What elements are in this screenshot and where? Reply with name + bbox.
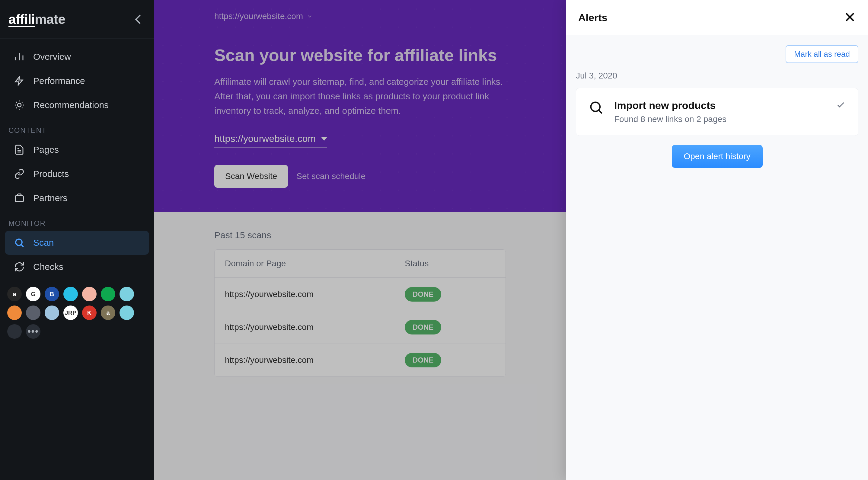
row-status: DONE [405, 353, 495, 367]
partner-badge[interactable] [120, 305, 134, 320]
main-content: https://yourwebsite.com Scan your websit… [154, 0, 566, 480]
partner-badge[interactable] [82, 287, 97, 301]
partner-badge[interactable] [7, 305, 22, 320]
link-icon [13, 168, 25, 180]
nav-scan[interactable]: Scan [5, 231, 149, 255]
set-schedule-button[interactable]: Set scan schedule [297, 172, 366, 181]
partner-badge[interactable]: B [45, 287, 59, 301]
alert-card-subtitle: Found 8 new links on 2 pages [614, 114, 826, 124]
section-monitor-title: MONITOR [0, 210, 154, 231]
alerts-title: Alerts [578, 12, 607, 24]
main-site-selector[interactable]: https://yourwebsite.com [214, 133, 327, 148]
hero-description: Affilimate will crawl your sitemap, find… [214, 74, 506, 118]
partner-badge[interactable] [120, 287, 134, 301]
partner-badge[interactable] [26, 305, 40, 320]
alerts-panel: Alerts ✕ Mark all as read Jul 3, 2020 Im… [566, 0, 868, 480]
bolt-icon [13, 75, 25, 87]
open-alert-history-button[interactable]: Open alert history [672, 145, 763, 168]
svg-point-2 [16, 239, 22, 245]
document-icon [13, 144, 25, 156]
nav-checks[interactable]: Checks [5, 255, 149, 279]
nav-performance[interactable]: Performance [5, 69, 149, 93]
nav-pages[interactable]: Pages [5, 138, 149, 162]
brand-part1: affili [8, 12, 35, 27]
hero-actions: Scan Website Set scan schedule [214, 165, 506, 188]
close-icon[interactable]: ✕ [844, 10, 856, 25]
partner-badge[interactable] [7, 324, 22, 339]
hero-title: Scan your website for affiliate links [214, 45, 506, 65]
table-row[interactable]: https://yourwebsite.comDONE [215, 278, 505, 311]
table-row[interactable]: https://yourwebsite.comDONE [215, 343, 505, 377]
hero-section: https://yourwebsite.com Scan your websit… [154, 0, 566, 212]
nav-label: Scan [33, 238, 54, 248]
nav-label: Overview [33, 52, 71, 62]
chevron-down-icon [307, 13, 313, 19]
sidebar-nav: Overview Performance Recommendations CON… [0, 39, 154, 480]
partner-badge[interactable]: a [7, 287, 22, 301]
svg-point-0 [18, 103, 21, 107]
main-site-label: https://yourwebsite.com [214, 133, 316, 144]
nav-label: Checks [33, 262, 63, 272]
status-badge: DONE [405, 353, 441, 367]
alert-date: Jul 3, 2020 [576, 71, 858, 81]
row-status: DONE [405, 320, 495, 334]
alert-card[interactable]: Import new products Found 8 new links on… [576, 88, 858, 136]
row-domain: https://yourwebsite.com [225, 290, 405, 299]
svg-point-3 [591, 102, 600, 111]
magnifier-icon [588, 100, 604, 117]
partner-badge[interactable] [45, 305, 59, 320]
nav-label: Recommendations [33, 100, 108, 110]
alerts-header: Alerts ✕ [566, 0, 868, 35]
alert-card-title: Import new products [614, 100, 826, 111]
top-site-label: https://yourwebsite.com [214, 11, 303, 21]
sidebar: affilimate Overview Performance Recommen… [0, 0, 154, 480]
brand-part2: mate [35, 12, 65, 27]
sun-icon [13, 99, 25, 111]
briefcase-icon [13, 192, 25, 204]
status-badge: DONE [405, 287, 441, 302]
nav-products[interactable]: Products [5, 162, 149, 186]
nav-recommendations[interactable]: Recommendations [5, 93, 149, 117]
search-icon [13, 237, 25, 249]
caret-down-icon [321, 137, 327, 141]
partner-badge[interactable]: a [101, 305, 115, 320]
row-domain: https://yourwebsite.com [225, 355, 405, 365]
partner-badges: aGBJRPKa••• [0, 279, 154, 347]
col-domain: Domain or Page [225, 259, 405, 268]
row-domain: https://yourwebsite.com [225, 322, 405, 332]
sidebar-header: affilimate [0, 0, 154, 39]
past-scans-section: Past 15 scans Domain or Page Status http… [154, 212, 566, 395]
scan-website-button[interactable]: Scan Website [214, 165, 288, 188]
partner-badge[interactable]: JRP [63, 305, 78, 320]
table-row[interactable]: https://yourwebsite.comDONE [215, 311, 505, 343]
nav-label: Pages [33, 145, 59, 155]
alerts-body: Mark all as read Jul 3, 2020 Import new … [566, 35, 868, 480]
refresh-icon [13, 261, 25, 273]
nav-partners[interactable]: Partners [5, 186, 149, 210]
status-badge: DONE [405, 320, 441, 334]
nav-label: Products [33, 169, 69, 179]
mark-all-read-button[interactable]: Mark all as read [785, 45, 858, 63]
partner-badge[interactable]: G [26, 287, 40, 301]
scans-table: Domain or Page Status https://yourwebsit… [214, 249, 506, 377]
bar-chart-icon [13, 51, 25, 63]
brand-logo: affilimate [8, 12, 65, 27]
top-site-selector[interactable]: https://yourwebsite.com [214, 11, 313, 21]
row-status: DONE [405, 287, 495, 302]
section-content-title: CONTENT [0, 117, 154, 138]
svg-rect-1 [16, 196, 24, 202]
partner-badge[interactable] [63, 287, 78, 301]
table-header: Domain or Page Status [215, 250, 505, 278]
col-status: Status [405, 259, 495, 268]
past-scans-title: Past 15 scans [214, 230, 506, 240]
check-icon [836, 100, 846, 111]
alert-content: Import new products Found 8 new links on… [614, 100, 826, 124]
nav-label: Performance [33, 76, 85, 86]
nav-overview[interactable]: Overview [5, 45, 149, 69]
collapse-sidebar-icon[interactable] [135, 14, 144, 24]
nav-label: Partners [33, 193, 67, 203]
partner-badge[interactable] [101, 287, 115, 301]
more-partners-icon[interactable]: ••• [26, 324, 40, 339]
partner-badge[interactable]: K [82, 305, 97, 320]
